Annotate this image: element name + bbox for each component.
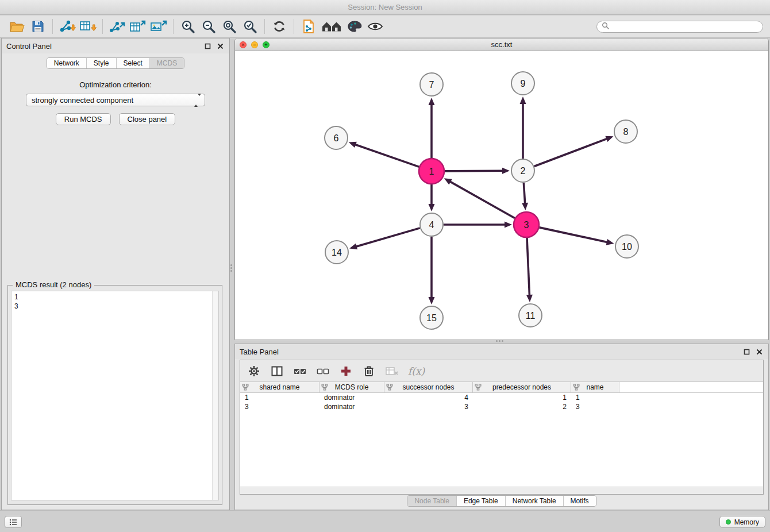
control-panel-header: Control Panel: [2, 38, 229, 53]
zoom-selected-icon[interactable]: [240, 17, 260, 36]
node-1[interactable]: 1: [419, 159, 444, 184]
edge-2-8[interactable]: [534, 138, 608, 166]
node-14[interactable]: 14: [325, 241, 348, 264]
edge-2-3[interactable]: [523, 183, 525, 204]
network-canvas[interactable]: 7968124314101511: [235, 51, 768, 340]
zoom-fit-icon[interactable]: [219, 17, 240, 36]
export-network-icon[interactable]: [107, 17, 128, 36]
node-8[interactable]: 8: [614, 120, 637, 143]
run-mcds-button[interactable]: Run MCDS: [56, 113, 111, 125]
toolbar-separator: [173, 19, 174, 34]
node-9[interactable]: 9: [511, 72, 534, 95]
tab-network[interactable]: Network: [47, 58, 86, 68]
table-tabbar: Node TableEdge TableNetwork TableMotifs: [235, 495, 768, 507]
tab-motifs[interactable]: Motifs: [563, 496, 596, 506]
import-network-icon[interactable]: [57, 17, 78, 36]
edge-1-6[interactable]: [355, 144, 419, 167]
column-header-shared-name[interactable]: shared name: [240, 382, 319, 392]
function-builder-icon: f(x): [408, 365, 425, 377]
zoom-window-icon[interactable]: +: [263, 41, 270, 48]
search-input[interactable]: [612, 22, 758, 31]
table-row[interactable]: 1dominator411: [240, 393, 763, 402]
float-table-panel-icon[interactable]: [742, 347, 751, 356]
refresh-icon[interactable]: [269, 17, 290, 36]
zoom-out-icon[interactable]: [198, 17, 219, 36]
column-header-name[interactable]: name: [571, 382, 619, 392]
save-session-icon[interactable]: [28, 17, 48, 36]
edge-1-2[interactable]: [445, 171, 503, 171]
trash-icon[interactable]: [362, 364, 376, 378]
home-icon[interactable]: [319, 17, 344, 36]
style-palette-icon[interactable]: [344, 17, 365, 36]
tab-node-table[interactable]: Node Table: [407, 496, 456, 506]
edge-3-11[interactable]: [527, 238, 529, 296]
edge-4-14[interactable]: [356, 228, 420, 247]
add-column-icon[interactable]: [339, 364, 353, 378]
criterion-dropdown[interactable]: strongly connected component: [26, 94, 205, 106]
search-box[interactable]: [596, 21, 763, 33]
float-panel-icon[interactable]: [203, 41, 212, 51]
horizontal-splitter[interactable]: [496, 340, 503, 342]
network-file-icon[interactable]: [298, 17, 319, 36]
table-cell: 1: [571, 394, 619, 402]
zoom-in-icon[interactable]: [178, 17, 198, 36]
column-header-predecessor-nodes[interactable]: predecessor nodes: [473, 382, 571, 392]
edge-arrowhead: [349, 142, 357, 148]
table-row[interactable]: 3dominator323: [240, 402, 763, 411]
delete-table-icon: [385, 364, 399, 378]
columns-icon[interactable]: [270, 364, 284, 378]
node-10[interactable]: 10: [615, 235, 638, 258]
mcds-result-scrollbar[interactable]: [212, 291, 218, 500]
edge-arrowhead: [520, 97, 526, 104]
network-window-title: scc.txt: [491, 40, 513, 49]
close-panel-icon[interactable]: [215, 41, 225, 51]
tab-edge-table[interactable]: Edge Table: [456, 496, 505, 506]
table-horizontal-scrollbar[interactable]: [240, 487, 763, 494]
edge-arrowhead: [505, 222, 512, 228]
edge-3-1[interactable]: [449, 182, 515, 218]
edge-arrowhead: [429, 98, 435, 105]
svg-text:1: 1: [429, 167, 434, 176]
deselect-all-checks-icon[interactable]: [316, 364, 330, 378]
eye-icon[interactable]: [365, 17, 386, 36]
command-console-button[interactable]: [5, 516, 22, 528]
mcds-result-textarea[interactable]: 1 3: [11, 291, 219, 500]
node-6[interactable]: 6: [325, 126, 348, 149]
tab-mcds[interactable]: MCDS: [149, 58, 184, 68]
close-panel-button[interactable]: Close panel: [119, 113, 176, 125]
import-table-icon[interactable]: [78, 17, 98, 36]
search-icon: [602, 21, 609, 32]
criterion-dropdown-value: strongly connected component: [32, 96, 133, 105]
open-file-icon[interactable]: [7, 17, 28, 36]
memory-button[interactable]: Memory: [719, 516, 765, 528]
export-table-icon[interactable]: [128, 17, 148, 36]
tab-select[interactable]: Select: [116, 58, 149, 68]
column-header-filler: [619, 382, 763, 392]
table-panel-header: Table Panel: [235, 344, 768, 359]
node-7[interactable]: 7: [420, 73, 443, 96]
network-view-window: × − + scc.txt 7968124314101511: [234, 38, 769, 340]
edge-arrowhead: [502, 168, 510, 174]
edge-arrowhead: [522, 203, 528, 210]
export-image-icon[interactable]: [148, 17, 169, 36]
tab-style[interactable]: Style: [86, 58, 116, 68]
svg-text:14: 14: [332, 248, 342, 257]
column-header-MCDS-role[interactable]: MCDS role: [319, 382, 384, 392]
select-all-checks-icon[interactable]: [293, 364, 307, 378]
svg-text:6: 6: [334, 133, 339, 143]
node-15[interactable]: 15: [420, 306, 443, 329]
mcds-result-group: MCDS result (2 nodes) 1 3: [7, 285, 222, 505]
tab-network-table[interactable]: Network Table: [505, 496, 563, 506]
node-3[interactable]: 3: [514, 212, 539, 237]
node-4[interactable]: 4: [420, 213, 443, 236]
minimize-window-icon[interactable]: −: [251, 41, 258, 48]
vertical-splitter[interactable]: [230, 264, 232, 272]
edge-3-10[interactable]: [539, 228, 607, 242]
svg-text:15: 15: [426, 313, 437, 323]
node-2[interactable]: 2: [511, 159, 534, 182]
gear-icon[interactable]: [247, 364, 261, 378]
close-table-panel-icon[interactable]: [754, 347, 764, 356]
node-11[interactable]: 11: [519, 304, 542, 327]
close-window-icon[interactable]: ×: [240, 41, 247, 48]
column-header-successor-nodes[interactable]: successor nodes: [384, 382, 473, 392]
